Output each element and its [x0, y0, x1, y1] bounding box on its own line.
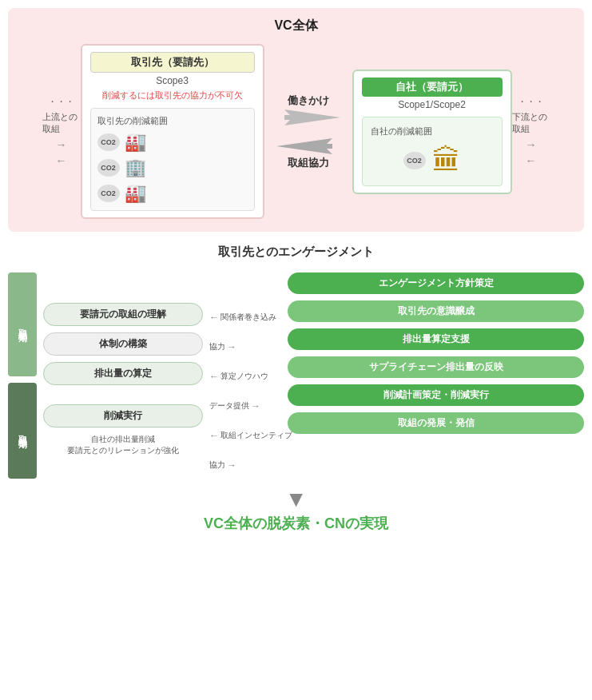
right-arrow-left: ←: [526, 154, 537, 167]
left-arrow-right: →: [56, 138, 67, 151]
flow-content: 要請元の取組の理解 体制の構築 排出量の算定 削減実行 自社の排出量削減要請元と…: [43, 272, 584, 479]
awareness-box: 取引先の意識醸成: [288, 300, 584, 322]
engagement-title: 取引先とのエンゲージメント: [8, 245, 584, 260]
partner-inner-title: 取引先の削減範囲: [97, 115, 248, 127]
right-arrow-right: →: [526, 138, 537, 151]
arrow-label-1: 働きかけ: [288, 93, 329, 108]
arrow-left-icon-1: ←: [209, 312, 219, 323]
phase-late: 取組後期: [8, 383, 37, 479]
arrow-left-icon-5: ←: [209, 430, 219, 441]
factory-icon-1: 🏭: [125, 132, 146, 153]
arrow-label-2: 取組協力: [288, 156, 329, 170]
mid-arrow-row-5: ← 取組インセンティブ: [209, 424, 281, 447]
partner-warning: 削減するには取引先の協力が不可欠: [90, 89, 255, 101]
top-section: VC全体 ・・・ 上流との取組 → ← 取引先（要請先） Scope3 削減する…: [8, 8, 584, 232]
arrow-right-icon-2: →: [227, 341, 236, 352]
right-arrow-svg: [276, 138, 340, 154]
mid-arrow-row-6: 協力 →: [209, 454, 281, 476]
left-arrow-left: ←: [56, 154, 67, 167]
co2-bubble-1: CO2: [97, 133, 120, 151]
factory-item-1: CO2 🏭: [97, 132, 248, 153]
vc-diagram: ・・・ 上流との取組 → ← 取引先（要請先） Scope3 削減するには取引先…: [21, 44, 571, 219]
mid-col: ← 関係者巻き込み 協力 → ← 算定ノウハウ データ提供 → ← 取組インセン…: [209, 272, 281, 479]
structure-box: 体制の構築: [43, 332, 203, 356]
partner-inner: 取引先の削減範囲 CO2 🏭 CO2 🏢 CO2 🏭: [90, 108, 255, 211]
mid-arrow-row-3: ← 算定ノウハウ: [209, 365, 281, 388]
svg-rect-3: [292, 144, 332, 149]
top-title: VC全体: [21, 18, 571, 34]
right-side-arrows: → ←: [526, 138, 537, 167]
left-col: 要請元の取組の理解 体制の構築 排出量の算定 削減実行 自社の排出量削減要請元と…: [43, 272, 203, 479]
left-side-label: ・・・ 上流との取組 → ←: [42, 96, 81, 167]
right-side-label: ・・・ 下流との取組 → ←: [512, 96, 550, 167]
plan-box: 削減計画策定・削減実行: [288, 384, 584, 406]
develop-box: 取組の発展・発信: [288, 412, 584, 434]
middle-arrows: 働きかけ 取組協力: [264, 93, 352, 170]
policy-box: エンゲージメント方針策定: [288, 272, 584, 294]
own-inner: 自社の削減範囲 CO2 🏛: [362, 117, 503, 186]
reduction-note: 自社の排出量削減要請元とのリレーションが強化: [43, 434, 203, 456]
mid-arrow-row-4: データ提供 →: [209, 395, 281, 417]
partner-scope: Scope3: [90, 75, 255, 86]
supply-chain-box: サプライチェーン排出量の反映: [288, 356, 584, 378]
factory-item-2: CO2 🏢: [97, 157, 248, 178]
svg-rect-1: [284, 115, 324, 120]
flow-section: 取組初期 取組後期 要請元の取組の理解 体制の構築 排出量の算定: [8, 272, 584, 479]
right-col: エンゲージメント方針策定 取引先の意識醸成 排出量算定支援 サプライチェーン排出…: [288, 272, 584, 479]
mid-arrow-row-2: 協力 →: [209, 336, 281, 358]
arrow-left-icon-3: ←: [209, 371, 219, 382]
co2-bubble-2: CO2: [97, 159, 120, 177]
mid-arrow-row-1: ← 関係者巻き込み: [209, 306, 281, 328]
co2-bubble-3: CO2: [97, 185, 120, 202]
building-icon-1: 🏢: [125, 157, 146, 178]
arrow-block-1: 働きかけ: [276, 93, 340, 125]
bottom-arrow-section: ▼ VC全体の脱炭素・CNの実現: [8, 488, 584, 533]
final-title: VC全体の脱炭素・CNの実現: [204, 514, 388, 533]
understanding-box: 要請元の取組の理解: [43, 303, 203, 326]
calc-support-box: 排出量算定支援: [288, 328, 584, 350]
down-arrow-icon: ▼: [285, 488, 308, 511]
own-header: 自社（要請元）: [362, 78, 503, 97]
partner-box: 取引先（要請先） Scope3 削減するには取引先の協力が不可欠 取引先の削減範…: [81, 44, 264, 219]
factory-item-3: CO2 🏭: [97, 183, 248, 204]
arrow-right-icon-4: →: [251, 400, 260, 412]
factory-row: CO2 🏭 CO2 🏢 CO2 🏭: [97, 132, 248, 204]
partner-header: 取引先（要請先）: [90, 52, 255, 73]
own-building: CO2 🏛: [371, 144, 494, 177]
phase-early: 取組初期: [8, 272, 37, 376]
arrow-block-2: 取組協力: [276, 138, 340, 170]
reduction-box: 削減実行: [43, 404, 203, 428]
own-co2-bubble: CO2: [403, 152, 426, 169]
calculation-box: 排出量の算定: [43, 362, 203, 385]
left-side-arrows: → ←: [56, 138, 67, 167]
left-arrow-svg: [276, 109, 340, 125]
factory-icon-2: 🏭: [125, 183, 146, 204]
own-inner-title: 自社の削減範囲: [371, 125, 494, 137]
own-building-icon: 🏛: [432, 144, 461, 177]
own-box: 自社（要請元） Scope1/Scope2 自社の削減範囲 CO2 🏛: [352, 70, 512, 194]
phase-labels: 取組初期 取組後期: [8, 272, 37, 479]
arrow-right-icon-6: →: [227, 459, 236, 471]
own-scope: Scope1/Scope2: [362, 99, 503, 110]
